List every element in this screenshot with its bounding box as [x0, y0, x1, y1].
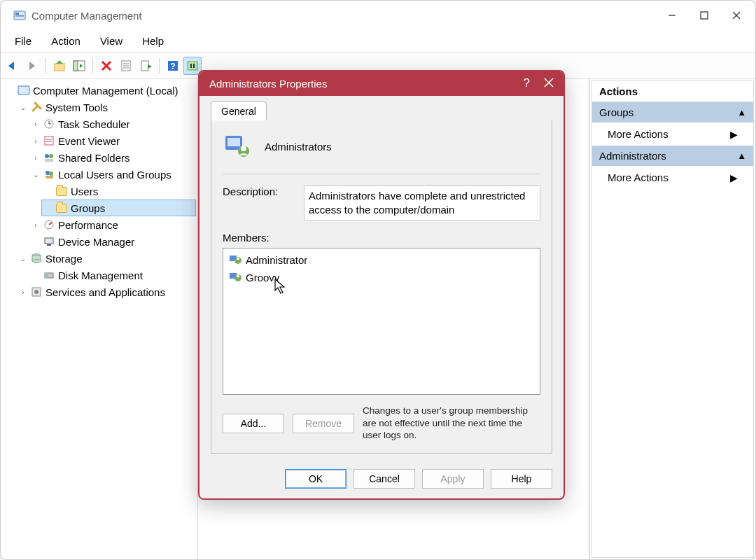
member-name: Administrator [246, 254, 307, 266]
folder-icon [55, 185, 68, 197]
tree-storage[interactable]: ⌄ Storage [16, 250, 196, 267]
tree-local-users-groups[interactable]: ⌄ Local Users and Groups [29, 166, 196, 183]
clock-icon [43, 118, 55, 130]
tree-label: Services and Applications [46, 286, 165, 298]
titlebar: Computer Management [1, 1, 755, 30]
menu-help[interactable]: Help [132, 32, 174, 50]
tree-label: Storage [46, 253, 83, 265]
svg-rect-54 [227, 138, 240, 146]
help-button[interactable]: Help [491, 469, 552, 489]
svg-rect-1 [15, 13, 19, 15]
up-button[interactable] [50, 57, 69, 75]
tools-icon [30, 101, 43, 113]
tree-label: Shared Folders [58, 152, 130, 164]
actions-section-groups[interactable]: Groups ▲ [592, 102, 754, 122]
tree-device-manager[interactable]: Device Manager [29, 233, 196, 250]
toolbar-separator [46, 58, 46, 74]
help-button[interactable]: ? [164, 57, 182, 75]
minimize-button[interactable] [666, 9, 678, 22]
svg-rect-24 [188, 62, 197, 70]
svg-rect-25 [190, 64, 192, 68]
ok-button[interactable]: OK [285, 469, 346, 489]
tree-label: Event Viewer [58, 135, 120, 147]
forward-button[interactable] [23, 57, 41, 75]
svg-rect-39 [46, 176, 53, 178]
actions-section-admins[interactable]: Administrators ▲ [592, 146, 754, 166]
group-name: Administrators [265, 141, 332, 153]
menu-action[interactable]: Action [41, 32, 90, 50]
storage-icon [30, 252, 43, 265]
svg-rect-27 [18, 86, 29, 94]
actions-title: Actions [592, 80, 754, 102]
chevron-right-icon: › [19, 288, 27, 296]
svg-point-35 [49, 154, 53, 158]
back-button[interactable] [4, 57, 22, 75]
svg-rect-12 [74, 61, 78, 71]
close-button[interactable] [730, 9, 743, 22]
tree-event-viewer[interactable]: › Event Viewer [29, 132, 196, 149]
add-button[interactable]: Add... [223, 414, 284, 433]
members-list[interactable]: Administrator Groovy [223, 248, 540, 395]
action-label: More Actions [608, 172, 668, 183]
chevron-down-icon: ⌄ [19, 104, 27, 111]
window-title: Computer Management [31, 10, 666, 22]
properties-button[interactable] [117, 57, 135, 75]
delete-button[interactable] [97, 57, 115, 75]
tree-system-tools[interactable]: ⌄ System Tools [16, 99, 196, 115]
apply-button[interactable]: Apply [422, 469, 484, 489]
section-label: Groups [599, 106, 634, 118]
svg-rect-43 [47, 244, 51, 246]
svg-text:?: ? [170, 62, 175, 71]
svg-point-59 [237, 258, 239, 260]
menu-file[interactable]: File [5, 32, 41, 50]
svg-rect-9 [55, 64, 64, 71]
tree-performance[interactable]: › Performance [29, 216, 196, 233]
show-hide-tree-button[interactable] [70, 57, 88, 75]
cancel-button[interactable]: Cancel [354, 469, 415, 489]
user-icon [229, 270, 241, 285]
svg-rect-31 [45, 136, 53, 145]
svg-rect-48 [45, 273, 48, 278]
toolbar-separator-2 [92, 58, 93, 74]
tab-general[interactable]: General [211, 102, 267, 120]
tree-root[interactable]: Computer Management (Local) [4, 82, 196, 99]
tree-shared-folders[interactable]: › Shared Folders [29, 149, 196, 166]
services-icon [30, 286, 43, 298]
remove-button[interactable]: Remove [293, 414, 354, 433]
maximize-button[interactable] [698, 9, 710, 22]
chevron-right-icon: › [31, 137, 40, 145]
performance-icon [43, 218, 55, 231]
action-label: More Actions [608, 128, 668, 140]
group-icon [223, 132, 251, 162]
tree-label: Device Manager [58, 236, 134, 248]
dialog-close-button[interactable] [544, 78, 554, 90]
member-item[interactable]: Administrator [225, 251, 538, 269]
svg-point-62 [237, 275, 239, 278]
chevron-right-icon: › [31, 120, 40, 128]
svg-rect-42 [45, 238, 53, 244]
tree-services-apps[interactable]: › Services and Applications [16, 284, 196, 300]
chevron-down-icon: ⌄ [31, 171, 40, 178]
actions-more-groups[interactable]: More Actions ▶ [592, 122, 754, 146]
tree-task-scheduler[interactable]: › Task Scheduler [29, 115, 196, 132]
svg-marker-8 [29, 62, 35, 70]
chevron-down-icon: ⌄ [19, 255, 27, 262]
tree-groups[interactable]: Groups [41, 200, 196, 216]
section-label: Administrators [599, 150, 666, 162]
tree-disk-management[interactable]: Disk Management [29, 267, 196, 284]
actions-filler [592, 189, 754, 558]
export-button[interactable] [136, 57, 155, 75]
svg-point-50 [34, 290, 38, 294]
actions-more-admins[interactable]: More Actions ▶ [592, 166, 754, 189]
tree-users[interactable]: Users [41, 183, 196, 200]
svg-rect-4 [701, 12, 708, 19]
member-item[interactable]: Groovy [225, 269, 538, 286]
membership-note: Changes to a user's group membership are… [363, 405, 540, 442]
menu-view[interactable]: View [90, 32, 132, 50]
properties-dialog: Administrators Properties ? General Admi… [198, 70, 565, 500]
dialog-help-button[interactable]: ? [524, 76, 530, 90]
svg-marker-10 [56, 60, 63, 64]
description-field[interactable]: Administrators have complete and unrestr… [304, 186, 540, 221]
collapse-icon: ▲ [737, 150, 746, 161]
tree-pane[interactable]: Computer Management (Local) ⌄ System Too… [1, 79, 198, 559]
